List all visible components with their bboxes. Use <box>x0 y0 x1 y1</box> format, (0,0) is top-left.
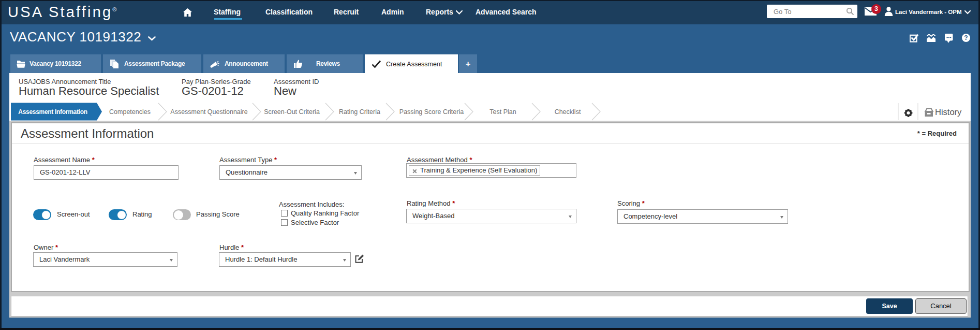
svg-text:Checklist: Checklist <box>555 108 581 116</box>
svg-text:?: ? <box>964 34 968 41</box>
svg-text:Assessment Questionnaire: Assessment Questionnaire <box>170 108 247 116</box>
svg-text:Rating Criteria: Rating Criteria <box>339 108 380 116</box>
svg-text:Screen-Out Criteria: Screen-Out Criteria <box>264 108 320 116</box>
svg-text:Competencies: Competencies <box>109 108 151 116</box>
svg-text:Assessment Information: Assessment Information <box>18 108 87 116</box>
svg-text:History: History <box>935 107 962 117</box>
svg-text:Test Plan: Test Plan <box>489 108 516 116</box>
svg-text:Passing Score Criteria: Passing Score Criteria <box>399 108 464 116</box>
